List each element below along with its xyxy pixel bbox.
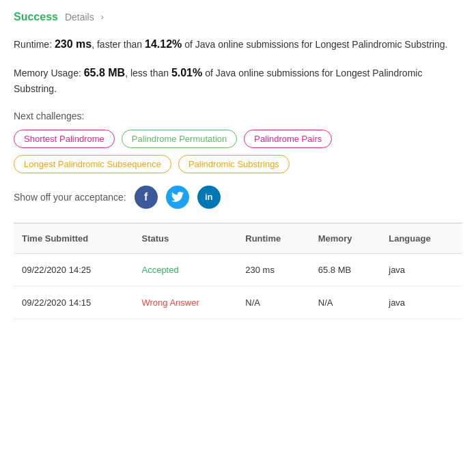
challenge-longest-palindromic-subsequence[interactable]: Longest Palindromic Subsequence [14,155,171,173]
linkedin-button[interactable]: in [197,186,221,209]
next-challenges-label: Next challenges: [14,111,462,121]
runtime-prefix: Runtime: [14,39,55,50]
table-body: 09/22/2020 14:25 Accepted 230 ms 65.8 MB… [14,253,462,319]
chevron-icon: › [101,12,104,22]
col-memory: Memory [310,223,381,253]
facebook-button[interactable]: f [135,186,158,209]
runtime-suffix: of Java online submissions for Longest P… [182,39,447,50]
cell-status-2[interactable]: Wrong Answer [133,286,237,319]
memory-percentage: 5.01% [171,67,202,78]
cell-memory-1: 65.8 MB [310,253,381,286]
show-off-label: Show off your acceptance: [14,192,126,203]
cell-status-1[interactable]: Accepted [133,253,237,286]
col-time-submitted: Time Submitted [14,223,133,253]
challenges-row-1: Shortest Palindrome Palindrome Permutati… [14,130,462,148]
runtime-middle: , faster than [92,39,145,50]
runtime-section: Runtime: 230 ms, faster than 14.12% of J… [14,35,462,53]
memory-value: 65.8 MB [84,67,125,78]
twitter-button[interactable] [166,186,189,209]
cell-language-1: java [380,253,462,286]
runtime-value: 230 ms [55,38,92,50]
cell-runtime-1: 230 ms [237,253,310,286]
cell-memory-2: N/A [310,286,381,319]
challenge-shortest-palindrome[interactable]: Shortest Palindrome [14,130,115,148]
table-row: 09/22/2020 14:15 Wrong Answer N/A N/A ja… [14,286,462,319]
challenge-palindromic-substrings[interactable]: Palindromic Substrings [178,155,290,173]
twitter-icon [171,192,184,202]
main-container: Success Details › Runtime: 230 ms, faste… [0,0,476,330]
col-language: Language [380,223,462,253]
cell-runtime-2: N/A [237,286,310,319]
challenges-row-2: Longest Palindromic Subsequence Palindro… [14,155,462,173]
result-header: Success Details › [14,11,462,23]
status-wrong: Wrong Answer [141,298,199,308]
runtime-percentage: 14.12% [145,38,182,50]
success-label: Success [14,11,58,23]
table-row: 09/22/2020 14:25 Accepted 230 ms 65.8 MB… [14,253,462,286]
cell-time-1: 09/22/2020 14:25 [14,253,133,286]
memory-section: Memory Usage: 65.8 MB, less than 5.01% o… [14,64,462,97]
col-status: Status [133,223,237,253]
cell-language-2: java [380,286,462,319]
table-header: Time Submitted Status Runtime Memory Lan… [14,223,462,253]
submissions-table: Time Submitted Status Runtime Memory Lan… [14,223,462,319]
challenge-palindrome-permutation[interactable]: Palindrome Permutation [122,130,237,148]
memory-middle: , less than [125,68,171,78]
show-off-row: Show off your acceptance: f in [14,186,462,209]
col-runtime: Runtime [237,223,310,253]
challenge-palindrome-pairs[interactable]: Palindrome Pairs [244,130,332,148]
status-accepted: Accepted [141,265,178,275]
cell-time-2: 09/22/2020 14:15 [14,286,133,319]
details-link[interactable]: Details [65,12,94,23]
memory-prefix: Memory Usage: [14,68,84,78]
